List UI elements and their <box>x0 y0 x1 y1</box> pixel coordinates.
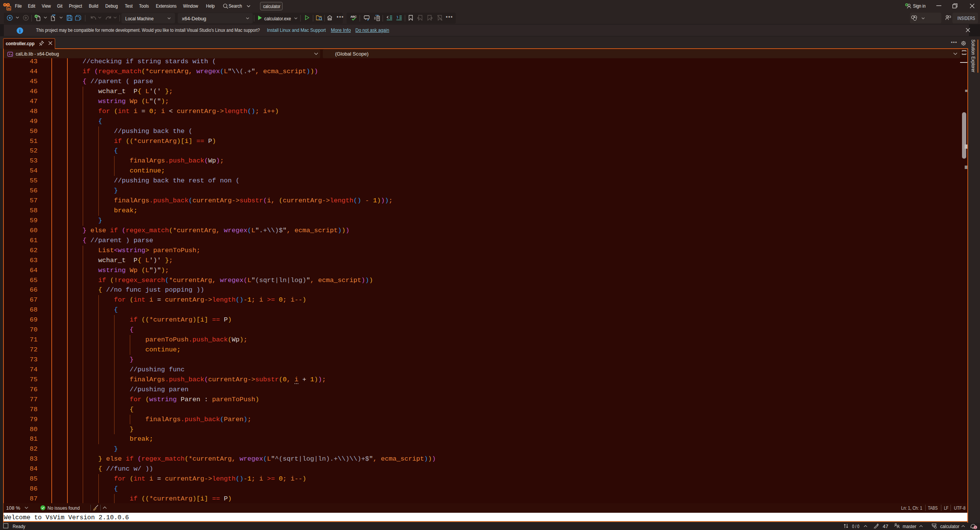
svg-text:IN: IN <box>8 7 10 10</box>
svg-text:ABC: ABC <box>350 15 357 18</box>
svg-text:1: 1 <box>975 526 977 529</box>
